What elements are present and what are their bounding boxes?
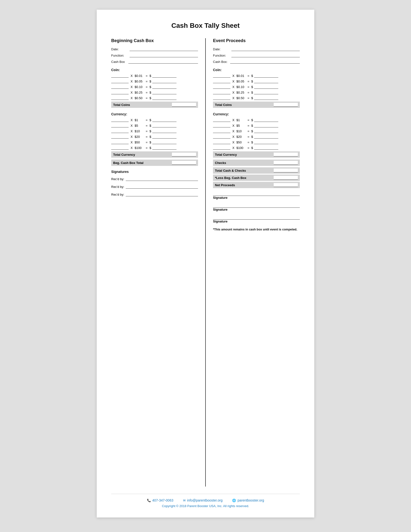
left-coin-qty-4: [111, 90, 129, 94]
right-coin-row-5: X $0.50 = $: [213, 96, 300, 100]
left-coin-qty-1: [111, 74, 129, 78]
left-signatures-title: Signatures: [111, 170, 198, 174]
left-curr-qty-1: [111, 118, 129, 122]
left-coin-amt-2: [152, 79, 177, 83]
left-cashbox-underline: [128, 60, 198, 64]
left-sig-row-1: Rec'd by:: [111, 177, 198, 181]
right-coin-amt-3: [254, 85, 278, 89]
left-curr-qty-3: [111, 129, 129, 133]
footer-website-text: parentbooster.org: [237, 498, 264, 502]
right-curr-denom-4: $20: [236, 135, 246, 139]
right-curr-amt-6: [254, 146, 278, 150]
left-coin-row-1: X $0.01 = $: [111, 74, 198, 78]
footer-email: info@parentbooster.org: [183, 498, 223, 502]
left-coin-denom-2: $0.05: [135, 80, 144, 83]
right-curr-row-4: X $20 = $: [213, 135, 300, 139]
left-sig-row-2: Rec'd by:: [111, 185, 198, 189]
right-section-title: Event Proceeds: [213, 38, 300, 43]
right-net-value: [274, 183, 298, 187]
left-coin-row-5: X $0.50 = $: [111, 96, 198, 100]
left-coin-qty-5: [111, 96, 129, 100]
left-coin-denom-1: $0.01: [135, 74, 144, 78]
right-coin-row-1: X $0.01 = $: [213, 74, 300, 78]
right-coin-denom-3: $0.10: [236, 85, 246, 89]
right-curr-amt-4: [254, 135, 278, 139]
left-total-currency-value: [172, 152, 196, 156]
right-total-coins-row: Total Coins: [213, 102, 300, 108]
left-total-currency-label: Total Currency: [113, 153, 172, 156]
left-beg-total-value: [172, 161, 196, 165]
right-coin-amt-4: [254, 90, 278, 94]
right-curr-amt-2: [254, 124, 278, 127]
left-coin-denom-3: $0.10: [135, 85, 144, 89]
left-curr-denom-1: $1: [135, 118, 144, 122]
left-sig-label-1: Rec'd by:: [111, 177, 124, 181]
left-coin-row-2: X $0.05 = $: [111, 79, 198, 83]
right-coin-row-4: X $0.25 = $: [213, 90, 300, 94]
right-total-coins-value: [274, 103, 298, 107]
left-coin-row-3: X $0.10 = $: [111, 85, 198, 89]
right-coin-amt-1: [254, 74, 278, 78]
right-cashbox-underline: [230, 60, 300, 64]
left-function-label: Function:: [111, 54, 128, 57]
right-sig-line-2: [213, 204, 300, 208]
right-sig-line-1: [213, 192, 300, 196]
right-curr-qty-6: [213, 146, 230, 150]
left-date-row: Date:: [111, 47, 198, 51]
right-curr-row-5: X $50 = $: [213, 140, 300, 144]
left-sig-row-3: Rec'd by:: [111, 192, 198, 196]
right-function-label: Function:: [213, 54, 230, 57]
right-net-label: Net Proceeds: [215, 183, 274, 187]
left-curr-denom-6: $100: [135, 146, 144, 150]
right-curr-denom-1: $1: [236, 118, 246, 122]
right-coin-denom-2: $0.05: [236, 80, 246, 83]
left-function-row: Function:: [111, 53, 198, 57]
right-function-underline: [231, 53, 300, 57]
left-curr-amt-1: [152, 118, 177, 122]
left-curr-amt-3: [152, 129, 177, 133]
footer-contact: 407-347-0063 info@parentbooster.org pare…: [111, 498, 300, 502]
footer-phone-text: 407-347-0063: [152, 498, 173, 502]
left-curr-amt-6: [152, 146, 177, 150]
left-coin-amt-1: [152, 74, 177, 78]
asterisk-note: *This amount remains in cash box until e…: [213, 228, 300, 232]
right-sig-item-1: Signature: [213, 192, 300, 200]
left-total-currency-row: Total Currency: [111, 151, 198, 158]
left-curr-amt-5: [152, 140, 177, 144]
left-curr-row-6: X $100 = $: [111, 146, 198, 150]
left-curr-qty-4: [111, 135, 129, 139]
right-sig-label-3: Signature: [213, 219, 300, 223]
email-icon: [183, 498, 186, 502]
right-column: Event Proceeds Date: Function: Cash Box:…: [205, 38, 300, 486]
right-sig-label-2: Signature: [213, 208, 300, 211]
right-coin-amt-5: [254, 96, 278, 100]
right-curr-qty-3: [213, 129, 230, 133]
footer: 407-347-0063 info@parentbooster.org pare…: [111, 494, 300, 508]
right-curr-denom-3: $10: [236, 129, 246, 133]
left-beg-total-row: Beg. Cash Box Total: [111, 160, 198, 166]
right-total-currency-label: Total Currency: [215, 153, 274, 156]
right-curr-qty-2: [213, 124, 230, 127]
left-coin-qty-3: [111, 85, 129, 89]
right-coin-qty-5: [213, 96, 230, 100]
right-total-cash-value: [274, 169, 298, 172]
footer-phone: 407-347-0063: [147, 498, 173, 502]
right-curr-amt-1: [254, 118, 278, 122]
left-curr-row-1: X $1 = $: [111, 118, 198, 122]
left-coin-amt-5: [152, 96, 177, 100]
left-column: Beginning Cash Box Date: Function: Cash …: [111, 38, 205, 486]
right-sig-section: Signature Signature Signature: [213, 192, 300, 223]
left-curr-denom-2: $5: [135, 124, 144, 127]
right-coin-row-2: X $0.05 = $: [213, 79, 300, 83]
left-cashbox-label: Cash Box: [111, 60, 127, 64]
right-checks-value: [274, 161, 298, 165]
right-date-label: Date:: [213, 48, 230, 51]
globe-icon: [232, 498, 236, 502]
right-curr-row-3: X $10 = $: [213, 129, 300, 133]
left-curr-denom-5: $50: [135, 141, 144, 144]
page-container: Cash Box Tally Sheet Beginning Cash Box …: [97, 10, 314, 517]
right-coin-qty-3: [213, 85, 230, 89]
left-curr-amt-2: [152, 124, 177, 127]
right-curr-row-2: X $5 = $: [213, 124, 300, 127]
right-curr-denom-6: $100: [236, 146, 246, 150]
